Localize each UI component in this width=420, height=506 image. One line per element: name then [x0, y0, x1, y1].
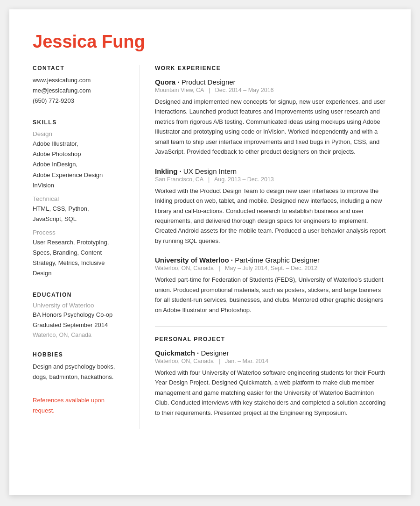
job-uwaterloo: University of Waterloo · Part-time Graph… — [155, 256, 387, 315]
job-uwaterloo-title: University of Waterloo · Part-time Graph… — [155, 256, 387, 264]
resume-page: Jessica Fung CONTACT www.jessicafung.com… — [9, 9, 411, 495]
job-quora-meta: Mountain View, CA | Dec. 2014 – May 2016 — [155, 87, 387, 93]
personal-project-title: PERSONAL PROJECT — [155, 336, 387, 342]
job-quickmatch-role: Designer — [201, 349, 229, 357]
skills-section: SKILLS Design Adobe Illustrator,Adobe Ph… — [33, 119, 126, 278]
hobbies-section: HOBBIES Design and psychology books,dogs… — [33, 351, 126, 382]
job-inkling-title: Inkling · UX Design Intern — [155, 167, 387, 175]
contact-email: me@jessicafung.com — [33, 86, 126, 96]
skill-design-title: Design — [33, 130, 126, 137]
job-inkling-meta: San Francisco, CA | Aug. 2013 – Dec. 201… — [155, 176, 387, 183]
skills-title: SKILLS — [33, 119, 126, 126]
work-experience-section: WORK EXPERIENCE Quora · Product Designer… — [155, 65, 387, 315]
skill-process-list: User Research, Prototyping,Specs, Brandi… — [33, 237, 126, 278]
resume-body: CONTACT www.jessicafung.com me@jessicafu… — [33, 65, 387, 429]
job-inkling-company: Inkling — [155, 167, 177, 175]
skill-design-list: Adobe Illustrator,Adobe PhotoshopAdobe I… — [33, 139, 126, 190]
left-column: CONTACT www.jessicafung.com me@jessicafu… — [33, 65, 140, 429]
contact-phone: (650) 772-9203 — [33, 96, 126, 106]
job-uwaterloo-role: Part-time Graphic Designer — [235, 256, 320, 264]
job-quickmatch-desc: Worked with four University of Waterloo … — [155, 368, 387, 418]
job-quickmatch: Quickmatch · Designer Waterloo, ON, Cana… — [155, 349, 387, 418]
job-quora: Quora · Product Designer Mountain View, … — [155, 78, 387, 157]
work-experience-title: WORK EXPERIENCE — [155, 65, 387, 71]
job-quora-company: Quora — [155, 78, 175, 86]
hobbies-text: Design and psychology books,dogs, badmin… — [33, 362, 126, 382]
contact-section: CONTACT www.jessicafung.com me@jessicafu… — [33, 65, 126, 106]
skill-process-title: Process — [33, 229, 126, 236]
right-column: WORK EXPERIENCE Quora · Product Designer… — [140, 65, 387, 429]
job-inkling-role: UX Design Intern — [183, 167, 237, 175]
edu-school: University of Waterloo — [33, 302, 126, 309]
job-quickmatch-meta: Waterloo, ON, Canada | Jan. – Mar. 2014 — [155, 358, 387, 364]
job-dot-3: · — [231, 256, 235, 264]
education-section: EDUCATION University of Waterloo BA Hono… — [33, 292, 126, 338]
resume-name: Jessica Fung — [33, 32, 387, 52]
job-quora-role: Product Designer — [182, 78, 236, 86]
references-text: References available uponrequest. — [33, 395, 126, 416]
education-title: EDUCATION — [33, 292, 126, 298]
job-quora-desc: Designed and implemented new concepts fo… — [155, 97, 387, 157]
hobbies-title: HOBBIES — [33, 351, 126, 358]
job-quickmatch-company: Quickmatch — [155, 349, 195, 357]
job-quickmatch-title: Quickmatch · Designer — [155, 349, 387, 357]
skill-technical-list: HTML, CSS, Python,JavaScript, SQL — [33, 204, 126, 224]
job-dot-1: · — [177, 78, 181, 86]
contact-title: CONTACT — [33, 65, 126, 71]
job-quora-title: Quora · Product Designer — [155, 78, 387, 86]
edu-location: Waterloo, ON, Canada — [33, 332, 126, 338]
job-uwaterloo-desc: Worked part-time for Federation of Stude… — [155, 275, 387, 315]
skill-technical-title: Technical — [33, 195, 126, 202]
job-inkling: Inkling · UX Design Intern San Francisco… — [155, 167, 387, 246]
section-divider — [155, 326, 387, 327]
job-dot-2: · — [180, 167, 183, 175]
edu-degree: BA Honors Psychology Co-opGraduated Sept… — [33, 310, 126, 330]
personal-project-section: PERSONAL PROJECT Quickmatch · Designer W… — [155, 336, 387, 418]
job-uwaterloo-meta: Waterloo, ON, Canada | May – July 2014, … — [155, 265, 387, 271]
job-inkling-desc: Worked with the Product Design Team to d… — [155, 186, 387, 246]
contact-website: www.jessicafung.com — [33, 75, 126, 86]
job-uwaterloo-company: University of Waterloo — [155, 256, 229, 264]
